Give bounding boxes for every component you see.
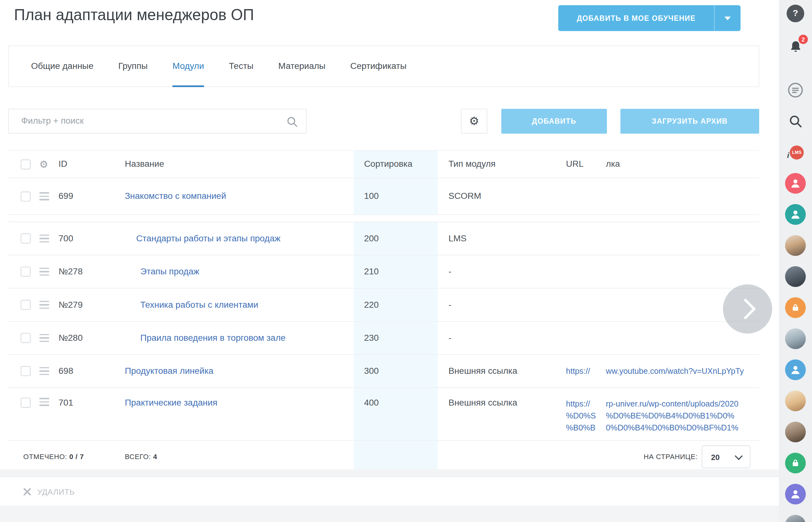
cell-id: 699 [59,178,125,214]
checked-counter: ОТМЕЧЕНО: 0 / 7 [23,453,84,461]
user-avatar[interactable] [785,515,806,522]
chat-button[interactable] [785,80,806,100]
columns-settings-icon[interactable]: ⚙ [39,159,48,169]
cell-sort: 100 [353,178,438,214]
delete-label: УДАЛИТЬ [37,487,75,496]
table-row-6: 701 Практические задания 400 Внешняя ссы… [8,388,759,441]
cell-external-link[interactable]: ww.youtube.com/watch?v=UXnLpYpTy [606,365,744,377]
right-sidebar: ? 2 i LMS [779,0,812,522]
row-checkbox[interactable] [21,398,31,407]
column-header-link: лка [605,151,759,178]
bulk-delete-bar[interactable]: УДАЛИТЬ [0,476,779,506]
row-checkbox[interactable] [21,234,31,243]
user-avatar[interactable] [785,359,806,380]
table-footer: ОТМЕЧЕНО: 0 / 7 ВСЕГО: 4 НА СТРАНИЦЕ: 20 [8,441,759,473]
per-page-value: 20 [711,453,736,461]
cell-type: - [438,255,566,288]
row-checkbox[interactable] [21,366,31,376]
help-button[interactable]: ? [785,3,806,24]
tab-label: Модули [172,61,204,72]
tab-label: Материалы [279,61,326,72]
add-to-training-button[interactable]: ДОБАВИТЬ В МОЕ ОБУЧЕНИЕ [558,5,740,31]
person-icon [790,488,801,500]
chevron-right-icon [735,298,756,320]
toolbar: ⚙ ДОБАВИТЬ ЗАГРУЗИТЬ АРХИВ [8,109,759,134]
lms-logo[interactable]: i LMS [785,142,806,163]
tab-label: Тесты [229,61,253,72]
module-link[interactable]: Знакомство с компанией [125,191,226,201]
column-header-id: ID [59,151,125,178]
cell-sort: 300 [353,355,438,388]
tab-tests[interactable]: Тесты [229,46,253,86]
tab-materials[interactable]: Материалы [279,46,326,86]
row-group-gap [8,215,759,222]
cell-url[interactable]: https:// [566,365,590,377]
scroll-right-button[interactable] [723,284,772,334]
user-avatar[interactable] [785,422,806,442]
per-page-select[interactable]: 20 [702,445,750,468]
upload-archive-button[interactable]: ЗАГРУЗИТЬ АРХИВ [621,109,759,134]
cell-sort: 400 [353,388,438,440]
tab-groups[interactable]: Группы [118,46,147,86]
user-photo [785,422,806,442]
search-input[interactable] [9,109,306,133]
drag-handle-icon[interactable] [39,367,49,375]
cell-type: - [438,322,566,354]
user-avatar[interactable] [785,173,806,194]
user-avatar[interactable] [785,235,806,256]
user-avatar[interactable] [785,204,806,225]
module-link[interactable]: Техника работы с клиентами [140,300,258,310]
add-to-training-dropdown[interactable] [715,16,740,20]
drag-handle-icon[interactable] [39,268,49,276]
row-checkbox[interactable] [21,267,31,277]
screen: План адаптации менеджеров ОП ДОБАВИТЬ В … [0,0,812,522]
cell-url[interactable]: https:// %D0%S %B0%B [566,398,596,434]
row-checkbox[interactable] [21,333,31,343]
drag-handle-icon[interactable] [39,398,49,406]
cell-external-link[interactable]: rp-univer.ru/wp-content/uploads/2020 %D0… [606,398,738,434]
lms-badge: LMS [790,145,804,159]
sidebar-search-button[interactable] [785,111,806,132]
cell-type: - [438,288,566,321]
module-link[interactable]: Праила поведения в торговом зале [140,333,285,343]
table-row-4: №280 Праила поведения в торговом зале 23… [8,322,759,355]
locked-item[interactable] [785,297,806,318]
gear-icon: ⚙ [469,116,479,127]
row-checkbox[interactable] [21,191,31,201]
column-header-sort: Сортировка [353,151,438,178]
module-link[interactable]: Этапы продаж [140,266,199,277]
module-link[interactable]: Стандарты работы и этапы продаж [136,234,281,244]
table-settings-button[interactable]: ⚙ [461,109,487,134]
table-row-3: №279 Техника работы с клиентами 220 - [8,288,759,322]
user-avatar[interactable] [785,390,806,411]
tab-certificates[interactable]: Сертификаты [350,46,406,86]
user-avatar[interactable] [785,484,806,504]
notification-badge: 2 [798,35,808,44]
tab-modules[interactable]: Модули [172,46,204,86]
drag-handle-icon[interactable] [39,334,49,342]
notifications-button[interactable]: 2 [785,36,806,57]
module-link[interactable]: Продуктовая линейка [125,366,214,376]
tab-general[interactable]: Общие данные [31,46,94,86]
module-link[interactable]: Практические задания [125,398,217,408]
add-button[interactable]: ДОБАВИТЬ [501,109,607,134]
per-page-label: НА СТРАНИЦЕ: [644,453,697,461]
drag-handle-icon[interactable] [39,192,49,200]
cell-id: 700 [59,222,125,255]
locked-item[interactable] [785,453,806,474]
row-checkbox[interactable] [21,300,31,309]
drag-handle-icon[interactable] [39,301,49,309]
cell-type: Внешняя ссылка [438,355,566,388]
tab-label: Группы [118,61,147,72]
cell-sort: 210 [353,255,438,288]
user-avatar[interactable] [785,328,806,349]
page-title: План адаптации менеджеров ОП [14,6,254,24]
cell-sort: 230 [353,322,438,354]
select-all-checkbox[interactable] [21,159,31,169]
cell-type: SCORM [438,178,566,214]
cell-id: №280 [59,322,125,354]
person-icon [790,178,801,189]
user-avatar[interactable] [785,266,806,287]
drag-handle-icon[interactable] [39,235,49,243]
table-row-5: 698 Продуктовая линейка 300 Внешняя ссыл… [8,355,759,388]
